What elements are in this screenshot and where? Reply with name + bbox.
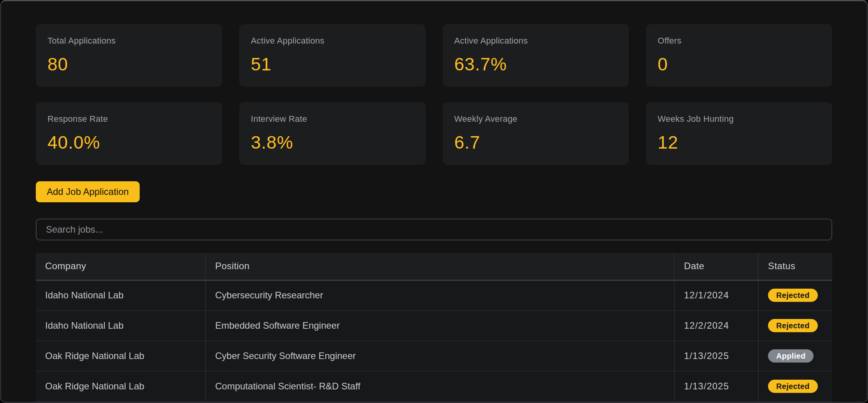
status-badge: Rejected <box>768 380 818 393</box>
stat-card-offers: Offers 0 <box>646 24 832 87</box>
stat-label: Weeks Job Hunting <box>658 114 821 124</box>
stat-label: Interview Rate <box>251 114 414 124</box>
stat-label: Offers <box>658 36 821 46</box>
date-cell: 1/13/2025 <box>674 371 758 401</box>
stat-label: Response Rate <box>47 114 210 124</box>
date-cell: 12/1/2024 <box>674 280 758 310</box>
stat-card-total-applications: Total Applications 80 <box>36 24 222 87</box>
stat-card-weekly-average: Weekly Average 6.7 <box>443 102 629 165</box>
search-jobs-input[interactable] <box>36 219 832 240</box>
status-cell: Applied <box>758 341 832 371</box>
job-tracker-dashboard: Total Applications 80 Active Application… <box>0 0 868 403</box>
position-cell: Cyber Security Software Engineer <box>205 341 674 371</box>
stat-label: Weekly Average <box>454 114 617 124</box>
status-cell: Rejected <box>758 310 832 341</box>
stat-value: 3.8% <box>251 132 414 153</box>
status-badge: Applied <box>768 349 814 363</box>
stat-value: 0 <box>658 54 821 75</box>
applications-table: Company Position Date Status Idaho Natio… <box>36 253 832 403</box>
table-row[interactable]: Idaho National Lab Embedded Software Eng… <box>36 310 832 341</box>
add-job-application-button[interactable]: Add Job Application <box>36 181 140 202</box>
table-row[interactable]: Oak Ridge National Lab Computational Sci… <box>36 371 832 401</box>
status-badge: Rejected <box>768 289 818 302</box>
stats-grid: Total Applications 80 Active Application… <box>36 24 832 165</box>
date-cell: 12/2/2024 <box>674 310 758 341</box>
company-cell: Oak Ridge National Lab <box>36 371 205 401</box>
stat-card-active-applications-pct: Active Applications 63.7% <box>443 24 629 87</box>
position-cell: Embedded Software Engineer <box>205 310 674 341</box>
stat-value: 63.7% <box>454 54 617 75</box>
stat-card-response-rate: Response Rate 40.0% <box>36 102 222 165</box>
stat-label: Active Applications <box>454 36 617 46</box>
company-cell: Oak Ridge National Lab <box>36 341 205 371</box>
table-row[interactable]: Oak Ridge National Lab Cyber Security So… <box>36 341 832 371</box>
position-cell: Cybersecurity Researcher <box>205 280 674 310</box>
table-header-row: Company Position Date Status <box>36 253 832 280</box>
column-header-status: Status <box>758 253 832 280</box>
position-cell: Computational Scientist- R&D Staff <box>205 371 674 401</box>
stat-value: 51 <box>251 54 414 75</box>
column-header-date: Date <box>674 253 758 280</box>
stat-card-active-applications: Active Applications 51 <box>239 24 426 87</box>
table-row[interactable]: Idaho National Lab Cybersecurity Researc… <box>36 280 832 310</box>
status-badge: Rejected <box>768 319 818 332</box>
status-cell: Rejected <box>758 280 832 310</box>
date-cell: 1/13/2025 <box>674 341 758 371</box>
stat-value: 6.7 <box>454 132 617 153</box>
column-header-position: Position <box>205 253 674 280</box>
stat-label: Active Applications <box>251 36 414 46</box>
status-cell: Rejected <box>758 371 832 401</box>
stat-value: 40.0% <box>47 132 210 153</box>
stat-label: Total Applications <box>47 36 210 46</box>
column-header-company: Company <box>36 253 205 280</box>
stat-card-interview-rate: Interview Rate 3.8% <box>239 102 426 165</box>
stat-value: 12 <box>658 132 821 153</box>
company-cell: Idaho National Lab <box>36 280 205 310</box>
table-row-partial <box>36 401 832 403</box>
stat-value: 80 <box>47 54 210 75</box>
company-cell: Idaho National Lab <box>36 310 205 341</box>
stat-card-weeks-job-hunting: Weeks Job Hunting 12 <box>646 102 832 165</box>
